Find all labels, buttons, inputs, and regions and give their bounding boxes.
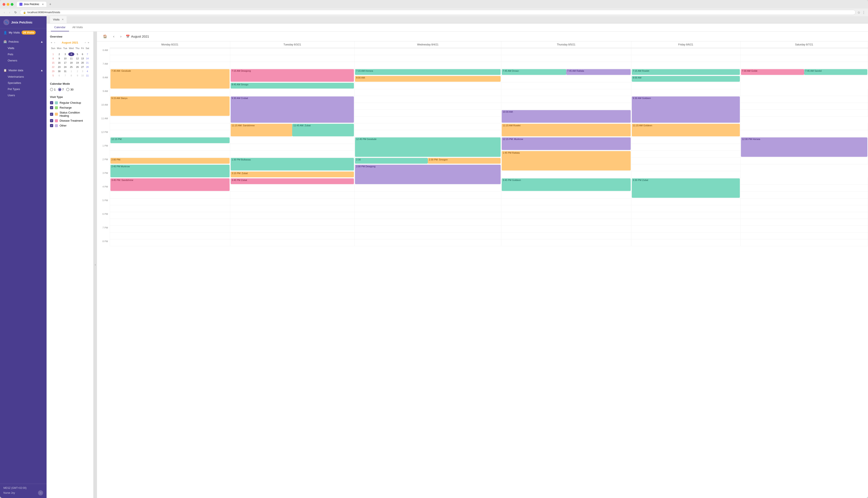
cal-day[interactable]: 24 [63,65,68,69]
reload-button[interactable]: ↻ [13,10,18,15]
cal-day[interactable]: 5 [50,74,56,77]
calendar-cell[interactable]: 12:00 PM Horsea [740,137,868,157]
calendar-event[interactable]: 3:45 PM: Sandshrew [111,179,230,191]
calendar-cell[interactable] [501,82,631,89]
cal-day[interactable] [68,51,74,52]
calendar-cell[interactable] [501,192,631,198]
cal-day[interactable]: 26 [75,65,80,69]
calendar-cell[interactable] [110,89,230,96]
back-button[interactable]: ‹ [2,10,6,15]
calendar-event[interactable]: 9:30 AM Crobat [231,96,354,123]
calendar-event[interactable]: 11:45 AM: Zubat [292,124,354,136]
calendar-cell[interactable] [230,150,355,157]
calendar-cell[interactable] [631,219,740,225]
sidebar-item-specialties[interactable]: Specialties [0,80,47,86]
calendar-cell[interactable] [355,62,501,68]
calendar-cell[interactable] [740,62,868,68]
calendar-cell[interactable] [501,212,631,219]
cal-day[interactable]: 11 [85,74,90,77]
calendar-cell[interactable] [501,55,631,62]
calendar-cell[interactable]: 3:15 PM: Zubat [230,171,355,178]
calendar-home-button[interactable]: 🏠 [101,34,109,39]
address-bar[interactable]: 🔒 localhost:8080/#main/0/visits [20,10,856,15]
calendar-cell[interactable] [631,232,740,239]
calendar-cell[interactable] [740,109,868,116]
calendar-cell[interactable] [110,225,230,232]
calendar-cell[interactable] [740,103,868,109]
calendar-event[interactable]: 8:00 AM [632,76,740,82]
calendar-cell[interactable]: 8:00 AM: [355,75,501,82]
calendar-cell[interactable] [355,232,501,239]
calendar-event[interactable]: 7:15 AM Dewgong [231,69,354,82]
calendar-cell[interactable]: 1:30 PM Bulbasau [230,157,355,171]
calendar-cell[interactable]: 11:15 AM Goldeen [631,123,740,137]
calendar-cell[interactable] [740,219,868,225]
calendar-event[interactable]: 12:15 PM: Murkrow [502,137,631,150]
calendar-cell[interactable]: 10:30 AM: [501,109,631,123]
checkbox-status-condition[interactable]: ✓ [50,113,53,116]
browser-tab[interactable]: Jmix Petclinic ✕ [17,2,46,7]
calendar-cell[interactable]: 7:15 AM Dewgong [230,68,355,82]
tab-visits-close[interactable]: ✕ [62,18,64,21]
calendar-cell[interactable]: 3:45 PM Zubat [230,178,355,185]
calendar-cell[interactable] [501,171,631,178]
calendar-event[interactable]: 7:30 AM Golde [741,69,804,75]
calendar-cell[interactable] [355,205,501,212]
calendar-cell[interactable] [355,212,501,219]
calendar-event[interactable]: 7:15 AM Horsea [355,69,500,75]
calendar-cell[interactable] [110,130,230,137]
sidebar-section-petclinic-header[interactable]: 🏥 Petclinic ▲ [0,38,47,45]
cal-day[interactable]: 13 [80,56,85,61]
cal-day[interactable] [50,51,56,52]
calendar-cell[interactable] [740,96,868,103]
calendar-cell[interactable] [355,103,501,109]
calendar-cell[interactable]: 9:30 AM Goldeen [631,96,740,123]
cal-day[interactable]: 11 [68,56,74,61]
calendar-cell[interactable] [501,103,631,109]
cal-day[interactable]: 21 [85,61,90,65]
cal-day[interactable]: 22 [50,65,56,69]
cal-day[interactable]: 10 [63,56,68,61]
calendar-event[interactable]: 3:45 PM Goldeen [502,179,631,191]
cal-day[interactable]: 7 [63,74,68,77]
calendar-cell[interactable]: 8:45 AM Smogo [230,82,355,89]
sidebar-item-pets[interactable]: Pets [0,51,47,57]
calendar-cell[interactable] [631,137,740,144]
calendar-cell[interactable] [740,48,868,55]
calendar-event[interactable]: 2:30 [355,158,428,163]
tab-calendar[interactable]: Calendar [51,24,69,31]
calendar-cell[interactable] [740,225,868,232]
cal-day[interactable]: 23 [56,65,62,69]
collapse-sidebar-button[interactable]: → [38,490,43,496]
calendar-cell[interactable] [230,205,355,212]
calendar-event[interactable]: 10:30 AM: [502,110,631,123]
calendar-cell[interactable] [501,198,631,205]
calendar-cell[interactable] [110,232,230,239]
cal-day[interactable]: 25 [68,65,74,69]
calendar-event[interactable]: 2:30 PM: Smogon [428,158,501,163]
calendar-cell[interactable]: 2:00 PM: [110,157,230,164]
calendar-cell[interactable]: 8:00 AM [631,75,740,82]
forward-button[interactable]: › [8,10,12,15]
calendar-cell[interactable]: 7:30 AM: Geodude [110,68,230,89]
sidebar-item-owners[interactable]: Owners [0,57,47,64]
calendar-cell[interactable] [355,239,501,246]
calendar-cell[interactable] [631,55,740,62]
calendar-cell[interactable] [230,62,355,68]
cal-day[interactable] [80,51,85,52]
calendar-event[interactable]: 1:45 PM Rattata [502,151,631,170]
cal-day[interactable]: 29 [50,69,56,73]
calendar-cell[interactable] [110,219,230,225]
sidebar-item-users[interactable]: Users [0,92,47,99]
calendar-cell[interactable] [355,225,501,232]
sidebar-my-visits[interactable]: 👤 My Visits 26 Visits [0,28,47,37]
calendar-mode-30[interactable]: 30 [66,88,73,91]
calendar-cell[interactable] [355,89,501,96]
cal-day[interactable]: 2 [75,69,80,73]
calendar-cell[interactable] [355,219,501,225]
calendar-cell[interactable] [740,192,868,198]
calendar-cell[interactable] [230,137,355,144]
calendar-cell[interactable] [740,55,868,62]
calendar-cell[interactable] [355,96,501,103]
calendar-cell[interactable] [631,212,740,219]
